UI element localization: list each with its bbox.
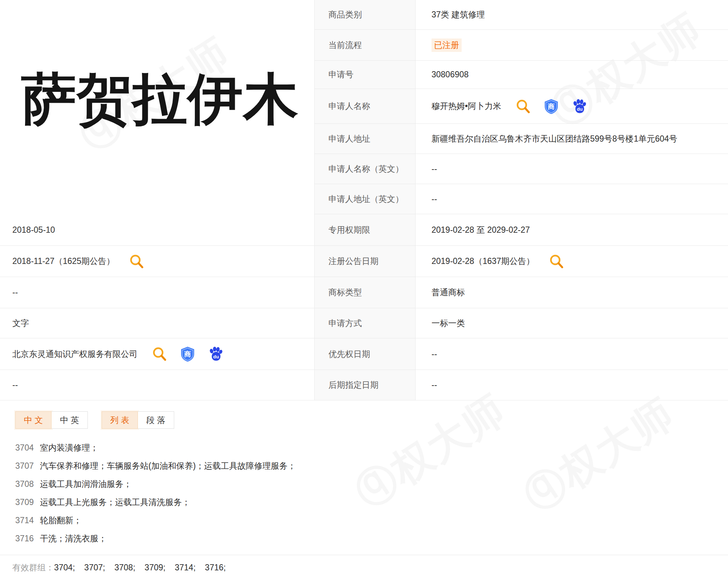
row-value: --	[416, 338, 728, 370]
applicant-name-value: 穆开热姆•阿卜力米	[432, 101, 501, 112]
row-label: 申请方式	[315, 308, 416, 338]
row-value: 30806908	[416, 61, 728, 89]
row-label: 后期指定日期	[315, 370, 416, 400]
goods-desc: 运载工具加润滑油服务；	[40, 479, 132, 490]
search-icon[interactable]	[128, 253, 144, 269]
agency-row: 北京东灵通知识产权服务有限公司	[0, 338, 314, 370]
table-row-status: 当前流程 已注册	[315, 30, 728, 61]
row-value: 一标一类	[416, 308, 728, 338]
row-value: 穆开热姆•阿卜力米	[416, 89, 728, 123]
trademark-form-value: 文字	[12, 318, 29, 329]
application-date-row: 2018-05-10	[0, 214, 314, 246]
valid-groups-line: 有效群组： 3704; 3707; 3708; 3709; 3714; 3716…	[12, 562, 226, 573]
row-value: 2019-02-28（1637期公告）	[416, 246, 728, 277]
goods-desc: 汽车保养和修理；车辆服务站(加油和保养)；运载工具故障修理服务；	[40, 460, 296, 472]
status-badge: 已注册	[432, 38, 462, 52]
trademark-shield-icon[interactable]	[543, 98, 559, 114]
tab-chinese-english[interactable]: 中 英	[52, 411, 88, 429]
table-row-applicant-name-en: 申请人名称（英文） --	[315, 154, 728, 184]
goods-item: 3708 运载工具加润滑油服务；	[0, 475, 728, 493]
left-empty-row: --	[0, 277, 314, 308]
tabs-bar: 中 文 中 英 列 表 段 落	[15, 411, 188, 429]
divider	[0, 555, 728, 555]
trademark-form-row: 文字	[0, 308, 314, 338]
table-row-later-designation-date: 后期指定日期 --	[315, 370, 728, 400]
table-row-applicant-address: 申请人地址 新疆维吾尔自治区乌鲁木齐市天山区团结路599号8号楼1单元604号	[315, 124, 728, 154]
tab-list-view[interactable]: 列 表	[102, 411, 138, 429]
row-value: --	[416, 154, 728, 184]
tab-paragraph-view[interactable]: 段 落	[138, 411, 174, 429]
later-designation-date-value: --	[432, 380, 437, 390]
applicant-address-value: 新疆维吾尔自治区乌鲁木齐市天山区团结路599号8号楼1单元604号	[432, 133, 677, 144]
table-row-category: 商品类别 37类 建筑修理	[315, 0, 728, 30]
goods-services-list: 3704 室内装潢修理； 3707 汽车保养和修理；车辆服务站(加油和保养)；运…	[0, 439, 728, 548]
trademark-shield-icon[interactable]	[180, 346, 196, 362]
baidu-icon[interactable]	[208, 346, 224, 362]
goods-item: 3714 轮胎翻新；	[0, 511, 728, 529]
goods-item: 3704 室内装潢修理；	[0, 439, 728, 457]
row-label: 专用权期限	[315, 214, 416, 245]
goods-desc: 干洗；清洗衣服；	[40, 533, 107, 544]
row-value: 已注册	[416, 30, 728, 60]
search-icon[interactable]	[515, 98, 531, 114]
application-number-value: 30806908	[432, 70, 469, 80]
application-mode-value: 一标一类	[432, 318, 465, 329]
baidu-icon[interactable]	[572, 98, 588, 114]
goods-desc: 运载工具上光服务；运载工具清洗服务；	[40, 497, 190, 508]
row-value: --	[416, 184, 728, 214]
table-row-application-number: 申请号 30806908	[315, 61, 728, 89]
table-row-priority-date: 优先权日期 --	[315, 338, 728, 370]
exclusive-period-value: 2019-02-28 至 2029-02-27	[432, 224, 530, 236]
trademark-type-value: 普通商标	[432, 287, 465, 298]
left-panel: 萨贺拉伊木 2018-05-10 2018-11-27（1625期公告） -- …	[0, 0, 314, 400]
row-label: 当前流程	[315, 30, 416, 60]
search-icon[interactable]	[548, 253, 564, 269]
goods-desc: 轮胎翻新；	[40, 515, 82, 526]
valid-groups-label: 有效群组：	[12, 562, 54, 573]
row-value: 37类 建筑修理	[416, 0, 728, 29]
tab-chinese[interactable]: 中 文	[15, 411, 52, 429]
priority-date-value: --	[432, 349, 437, 359]
table-row-application-mode: 申请方式 一标一类	[315, 308, 728, 338]
row-label: 申请人名称（英文）	[315, 154, 416, 184]
applicant-name-en-value: --	[432, 164, 437, 174]
left-empty-row-2: --	[0, 370, 314, 400]
registration-gazette-value: 2019-02-28（1637期公告）	[432, 256, 535, 267]
row-value: --	[416, 370, 728, 400]
row-label: 申请人地址（英文）	[315, 184, 416, 214]
row-label: 申请号	[315, 61, 416, 89]
row-label: 申请人地址	[315, 124, 416, 154]
trademark-name: 萨贺拉伊木	[21, 71, 299, 126]
left-empty-value-2: --	[12, 380, 18, 390]
goods-code: 3709	[0, 497, 40, 507]
goods-code: 3714	[0, 516, 40, 525]
applicant-address-en-value: --	[432, 194, 437, 204]
row-label: 商品类别	[315, 0, 416, 29]
application-date-value: 2018-05-10	[12, 225, 55, 235]
table-row-exclusive-period: 专用权期限 2019-02-28 至 2029-02-27	[315, 214, 728, 246]
left-empty-value: --	[12, 288, 18, 297]
valid-groups-values: 3704; 3707; 3708; 3709; 3714; 3716;	[54, 563, 226, 573]
table-row-trademark-type: 商标类型 普通商标	[315, 277, 728, 308]
table-row-applicant-name: 申请人名称 穆开热姆•阿卜力米	[315, 89, 728, 124]
goods-code: 3708	[0, 479, 40, 489]
row-label: 优先权日期	[315, 338, 416, 370]
goods-code: 3707	[0, 461, 40, 471]
goods-desc: 室内装潢修理；	[40, 442, 98, 453]
view-tab-group: 列 表 段 落	[102, 411, 174, 429]
row-value: 2019-02-28 至 2029-02-27	[416, 214, 728, 245]
first-gazette-value: 2018-11-27（1625期公告）	[12, 256, 115, 267]
row-value: 普通商标	[416, 277, 728, 308]
detail-table: 商品类别 37类 建筑修理 当前流程 已注册 申请号 30806908 申请人名…	[314, 0, 728, 400]
trademark-detail-page: ⓠ权大师 ⓠ权大师 ⓠ权大师 ⓠ权大师 萨贺拉伊木 2018-05-10 201…	[0, 0, 728, 578]
category-value: 37类 建筑修理	[432, 9, 485, 20]
goods-code: 3704	[0, 443, 40, 453]
language-tab-group: 中 文 中 英	[15, 411, 88, 429]
table-row-applicant-address-en: 申请人地址（英文） --	[315, 184, 728, 214]
trademark-image-area: 萨贺拉伊木	[0, 0, 314, 214]
agency-name: 北京东灵通知识产权服务有限公司	[12, 349, 138, 360]
row-label: 申请人名称	[315, 89, 416, 123]
search-icon[interactable]	[151, 346, 167, 362]
goods-code: 3716	[0, 534, 40, 544]
goods-item: 3716 干洗；清洗衣服；	[0, 529, 728, 548]
